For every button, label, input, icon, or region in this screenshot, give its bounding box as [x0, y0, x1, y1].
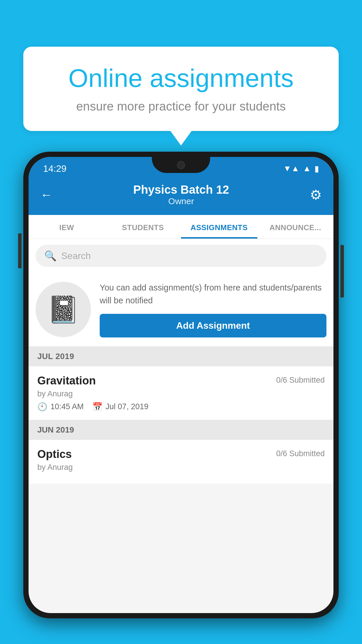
tab-iew[interactable]: IEW — [29, 215, 105, 239]
search-bar[interactable]: 🔍 Search — [36, 245, 326, 267]
camera — [177, 161, 185, 169]
phone-outer: 14:29 ▼▲ ▲ ▮ ← Physics Batch 12 Owner ⚙ … — [23, 152, 339, 618]
calendar-icon: 📅 — [92, 402, 103, 412]
tab-announcements[interactable]: ANNOUNCE... — [257, 215, 334, 239]
app-header: ← Physics Batch 12 Owner ⚙ — [29, 177, 333, 215]
search-placeholder: Search — [61, 251, 91, 261]
empty-state: 📓 You can add assignment(s) from here an… — [29, 273, 333, 346]
assignment-meta-gravitation: 🕙 10:45 AM 📅 Jul 07, 2019 — [37, 402, 325, 412]
assignment-item-optics[interactable]: Optics 0/6 Submitted by Anurag — [29, 440, 333, 484]
clock-icon: 🕙 — [37, 402, 48, 412]
section-header-jun: JUN 2019 — [29, 420, 333, 440]
phone-notch — [152, 157, 210, 173]
header-title: Physics Batch 12 — [52, 183, 310, 196]
status-icons: ▼▲ ▲ ▮ — [283, 164, 319, 174]
assignment-time: 🕙 10:45 AM — [37, 402, 84, 412]
assignment-date: 📅 Jul 07, 2019 — [92, 402, 148, 412]
tab-assignments[interactable]: ASSIGNMENTS — [181, 215, 257, 239]
header-subtitle: Owner — [52, 196, 310, 206]
phone-screen: 14:29 ▼▲ ▲ ▮ ← Physics Batch 12 Owner ⚙ … — [29, 157, 333, 613]
assignment-by-gravitation: by Anurag — [37, 389, 325, 398]
bubble-title: Online assignments — [44, 64, 318, 92]
assignment-status-optics: 0/6 Submitted — [276, 449, 325, 458]
assignment-date-value: Jul 07, 2019 — [106, 402, 148, 411]
empty-state-description: You can add assignment(s) from here and … — [100, 281, 326, 307]
battery-icon: ▮ — [314, 164, 319, 174]
empty-state-right: You can add assignment(s) from here and … — [100, 281, 326, 337]
notebook-icon-wrap: 📓 — [36, 282, 91, 337]
assignment-name-gravitation: Gravitation — [37, 374, 96, 387]
wifi-icon: ▼▲ — [283, 164, 299, 173]
assignment-name-optics: Optics — [37, 448, 72, 461]
signal-icon: ▲ — [303, 164, 311, 173]
assignment-row1: Gravitation 0/6 Submitted — [37, 374, 325, 387]
assignment-by-optics: by Anurag — [37, 463, 325, 472]
header-center: Physics Batch 12 Owner — [52, 183, 310, 206]
status-time: 14:29 — [43, 163, 66, 174]
tabs-bar: IEW STUDENTS ASSIGNMENTS ANNOUNCE... — [29, 215, 333, 239]
notebook-icon: 📓 — [47, 294, 80, 325]
assignment-status-gravitation: 0/6 Submitted — [276, 376, 325, 385]
search-icon: 🔍 — [44, 250, 57, 262]
assignment-row1-optics: Optics 0/6 Submitted — [37, 448, 325, 461]
tab-students[interactable]: STUDENTS — [105, 215, 181, 239]
speech-bubble-container: Online assignments ensure more practice … — [23, 47, 339, 131]
phone-container: 14:29 ▼▲ ▲ ▮ ← Physics Batch 12 Owner ⚙ … — [23, 152, 339, 644]
search-container: 🔍 Search — [29, 239, 333, 273]
settings-icon[interactable]: ⚙ — [310, 187, 322, 203]
back-button[interactable]: ← — [40, 188, 52, 202]
speech-bubble: Online assignments ensure more practice … — [23, 47, 339, 131]
bubble-subtitle: ensure more practice for your students — [44, 99, 318, 113]
section-header-jul: JUL 2019 — [29, 346, 333, 366]
assignment-time-value: 10:45 AM — [50, 402, 84, 411]
add-assignment-button[interactable]: Add Assignment — [100, 314, 326, 337]
assignment-item-gravitation[interactable]: Gravitation 0/6 Submitted by Anurag 🕙 10… — [29, 366, 333, 420]
